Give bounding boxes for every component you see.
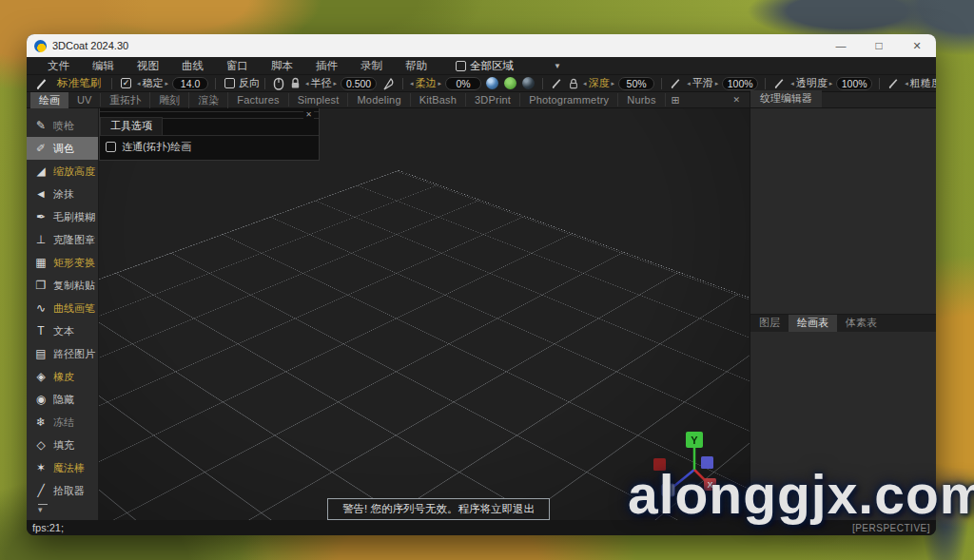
depth-label: 深度 bbox=[589, 76, 610, 90]
stabilize-decrease-icon[interactable]: ◂ bbox=[135, 80, 143, 87]
invert-checkbox[interactable] bbox=[224, 78, 235, 88]
depth-pen-icon[interactable] bbox=[551, 77, 563, 89]
texture-editor-tab[interactable]: 纹理编辑器 bbox=[750, 90, 822, 107]
menu-curves[interactable]: 曲线 bbox=[170, 59, 215, 73]
sphere-preview-icon[interactable] bbox=[486, 77, 498, 89]
opacity-decrease-icon[interactable]: ◂ bbox=[789, 80, 796, 87]
tab-layers[interactable]: 图层 bbox=[750, 315, 789, 332]
stabilize-value[interactable]: 14.0 bbox=[172, 77, 208, 90]
sidebar-item-airbrush[interactable]: ✎ 喷枪 bbox=[27, 114, 98, 137]
texture-editor-content[interactable] bbox=[750, 108, 936, 315]
menubar: 文件 编辑 视图 曲线 窗口 脚本 插件 录制 帮助 全部区域 ▼ bbox=[27, 57, 936, 75]
sidebar-item-smudge[interactable]: ◄ 涂抹 bbox=[27, 183, 98, 205]
add-tab-icon[interactable]: ⊞ bbox=[666, 94, 686, 106]
opacity-pen-icon[interactable] bbox=[773, 77, 786, 89]
menu-edit[interactable]: 编辑 bbox=[81, 59, 126, 73]
radius-decrease-icon[interactable]: ◂ bbox=[303, 80, 311, 87]
menu-plugins[interactable]: 插件 bbox=[304, 59, 349, 73]
menu-file[interactable]: 文件 bbox=[36, 59, 81, 73]
menu-window[interactable]: 窗口 bbox=[215, 59, 260, 73]
color-preview-icon[interactable] bbox=[504, 77, 516, 89]
menu-help[interactable]: 帮助 bbox=[394, 59, 438, 73]
close-button[interactable]: ✕ bbox=[898, 34, 936, 57]
tab-modeling[interactable]: Modeling bbox=[348, 93, 410, 106]
menu-view[interactable]: 视图 bbox=[126, 59, 170, 73]
radius-value[interactable]: 0.500 bbox=[341, 77, 377, 90]
roughness-decrease-icon[interactable]: ◂ bbox=[903, 80, 910, 87]
tab-retopo[interactable]: 重拓扑 bbox=[101, 92, 150, 108]
falloff-decrease-icon[interactable]: ◂ bbox=[408, 80, 416, 87]
depth-decrease-icon[interactable]: ◂ bbox=[581, 80, 589, 87]
sidebar-item-picker[interactable]: ╱ 拾取器 bbox=[27, 479, 98, 502]
opacity-value[interactable]: 100% bbox=[836, 77, 872, 90]
sidebar-item-curve-pen[interactable]: ∿ 曲线画笔 bbox=[27, 297, 98, 319]
app-logo-icon bbox=[34, 40, 47, 52]
window-title: 3DCoat 2024.30 bbox=[52, 40, 128, 51]
sidebar-item-hide[interactable]: ◉ 隐藏 bbox=[27, 388, 98, 411]
stabilize-checkbox[interactable]: ✓ bbox=[121, 78, 131, 88]
depth-value[interactable]: 50% bbox=[618, 77, 654, 90]
tab-uv[interactable]: UV bbox=[68, 93, 101, 106]
all-area-label: 全部区域 bbox=[470, 59, 514, 73]
viewport-3d[interactable]: ✕ 工具选项 连通(拓扑)绘画 警告! 您的序列号无效。程序将立即退出 bbox=[99, 108, 750, 520]
sidebar-item-text[interactable]: T 文本 bbox=[27, 319, 98, 342]
smoothing-value[interactable]: 100% bbox=[722, 77, 758, 90]
tab-sculpt[interactable]: 雕刻 bbox=[150, 92, 189, 108]
lock-icon[interactable] bbox=[290, 77, 301, 89]
topology-paint-checkbox[interactable] bbox=[106, 142, 116, 152]
area-dropdown-icon[interactable]: ▼ bbox=[554, 62, 561, 70]
tab-simplest[interactable]: Simplest bbox=[289, 93, 349, 106]
roughness-pen-icon[interactable] bbox=[887, 77, 900, 89]
tab-kitbash[interactable]: KitBash bbox=[411, 93, 466, 106]
tab-nurbs[interactable]: Nurbs bbox=[618, 93, 665, 106]
sidebar-item-paint[interactable]: ✐ 调色 bbox=[27, 137, 98, 160]
sidebar-item-path-image[interactable]: ▤ 路径图片 bbox=[27, 342, 98, 365]
tab-voxel-tree[interactable]: 体素表 bbox=[837, 315, 886, 332]
sidebar-item-brush-blur[interactable]: ✒ 毛刷模糊 bbox=[27, 205, 98, 228]
depth-increase-icon[interactable]: ▸ bbox=[610, 80, 617, 87]
opacity-increase-icon[interactable]: ▸ bbox=[828, 80, 835, 87]
tabbar-close-icon[interactable]: ✕ bbox=[727, 95, 746, 105]
tab-paint[interactable]: 绘画 bbox=[30, 92, 68, 108]
sidebar-item-magic-wand[interactable]: ✶ 魔法棒 bbox=[27, 456, 98, 479]
smoothing-increase-icon[interactable]: ▸ bbox=[713, 80, 721, 87]
smoothing-label: 平滑 bbox=[692, 76, 713, 90]
sidebar-item-eraser[interactable]: ◈ 橡皮 bbox=[27, 365, 98, 388]
smoothing-decrease-icon[interactable]: ◂ bbox=[685, 80, 692, 87]
sidebar-item-copy-paste[interactable]: ❐ 复制粘贴 bbox=[27, 274, 98, 297]
axis-y-label: Y bbox=[691, 434, 698, 446]
sidebar-item-fill[interactable]: ◇ 填充 bbox=[27, 434, 98, 456]
maximize-button[interactable]: □ bbox=[860, 34, 898, 57]
current-brush-name[interactable]: 标准笔刷 bbox=[57, 76, 101, 90]
copy-paste-icon: ❐ bbox=[33, 280, 49, 291]
minimize-button[interactable]: — bbox=[822, 34, 860, 57]
smudge-icon: ◄ bbox=[33, 188, 49, 200]
invert-label: 反向 bbox=[239, 76, 260, 90]
sidebar-more-indicator[interactable]: ▾ bbox=[27, 504, 98, 512]
falloff-increase-icon[interactable]: ▸ bbox=[437, 80, 444, 87]
sidebar-item-clone-stamp[interactable]: ⊥ 克隆图章 bbox=[27, 228, 98, 251]
tab-paint-objects[interactable]: 绘画表 bbox=[789, 315, 837, 332]
hide-icon: ◉ bbox=[33, 394, 49, 405]
falloff-value[interactable]: 0% bbox=[445, 77, 481, 90]
all-area-checkbox[interactable] bbox=[456, 61, 466, 71]
smoothing-pen-icon[interactable] bbox=[670, 77, 682, 89]
sidebar-item-rect-transform[interactable]: ▦ 矩形变换 bbox=[27, 251, 98, 274]
menu-record[interactable]: 录制 bbox=[349, 59, 394, 73]
tab-photogrammetry[interactable]: Photogrammetry bbox=[520, 93, 618, 106]
sidebar-item-freeze[interactable]: ❄ 冻结 bbox=[27, 411, 98, 434]
right-panel-tabs: 图层 绘画表 体素表 bbox=[750, 315, 936, 332]
tab-3dprint[interactable]: 3DPrint bbox=[466, 93, 520, 106]
tab-render[interactable]: 渲染 bbox=[189, 92, 228, 108]
stabilize-increase-icon[interactable]: ▸ bbox=[164, 80, 171, 87]
material-preview-icon[interactable] bbox=[522, 77, 535, 89]
sidebar-item-scale-height[interactable]: ◢ 缩放高度 bbox=[27, 160, 98, 183]
tab-factures[interactable]: Factures bbox=[228, 93, 288, 106]
pen-pressure-icon[interactable] bbox=[381, 77, 395, 90]
paint-icon: ✐ bbox=[33, 143, 49, 154]
tool-options-close-icon[interactable]: ✕ bbox=[303, 110, 314, 119]
radius-increase-icon[interactable]: ▸ bbox=[332, 80, 340, 87]
tool-options-tab[interactable]: 工具选项 bbox=[100, 117, 163, 135]
menu-scripts[interactable]: 脚本 bbox=[260, 59, 304, 73]
depth-lock-icon[interactable] bbox=[569, 78, 578, 89]
